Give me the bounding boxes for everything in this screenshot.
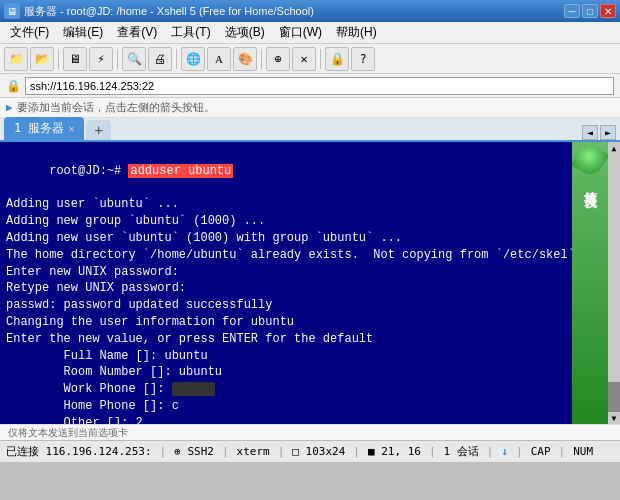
cmd-adduser: adduser ubuntu bbox=[128, 164, 233, 178]
tab-label: 1 服务器 bbox=[14, 120, 64, 137]
badge-text-3: 设 bbox=[581, 184, 599, 186]
session-hint: ▶ 要添加当前会话，点击左侧的箭头按钮。 bbox=[0, 98, 620, 118]
terminal-wrapper: root@JD:~# adduser ubuntu Adding user `u… bbox=[0, 142, 620, 424]
status-term: xterm bbox=[237, 445, 270, 458]
tab-next[interactable]: ► bbox=[600, 125, 616, 140]
term-line-3: Adding new group `ubuntu` (1000) ... bbox=[6, 213, 566, 230]
window-title: 服务器 - root@JD: /home - Xshell 5 (Free fo… bbox=[24, 4, 314, 19]
hint-icon: ▶ bbox=[6, 101, 13, 114]
tab-close-icon[interactable]: ✕ bbox=[68, 123, 74, 134]
scroll-track[interactable] bbox=[608, 154, 620, 382]
term-line-13: Work Phone []: bbox=[6, 381, 566, 398]
term-line-7: Retype new UNIX password: bbox=[6, 280, 566, 297]
vertical-scrollbar[interactable]: ▲ ▼ bbox=[608, 142, 620, 424]
bottom-hint: 仅将文本发送到当前选项卡 bbox=[0, 424, 620, 440]
tb-remove[interactable]: ✕ bbox=[292, 47, 316, 71]
minimize-button[interactable]: ─ bbox=[564, 4, 580, 18]
tb-help[interactable]: ? bbox=[351, 47, 375, 71]
leaf-icon bbox=[571, 141, 609, 179]
status-connected: 已连接 116.196.124.253: bbox=[6, 444, 152, 459]
tb-search[interactable]: 🔍 bbox=[122, 47, 146, 71]
status-cursor: ■ 21, 16 bbox=[368, 445, 421, 458]
close-button[interactable]: ✕ bbox=[600, 4, 616, 18]
tb-lock[interactable]: 🔒 bbox=[325, 47, 349, 71]
tb-globe[interactable]: 🌐 bbox=[181, 47, 205, 71]
toolbar-sep-5 bbox=[320, 49, 321, 69]
tb-disconnect[interactable]: ⚡ bbox=[89, 47, 113, 71]
menu-file[interactable]: 文件(F) bbox=[4, 22, 55, 43]
toolbar-sep-2 bbox=[117, 49, 118, 69]
status-sessions: 1 会话 bbox=[444, 444, 479, 459]
hint-text: 要添加当前会话，点击左侧的箭头按钮。 bbox=[17, 100, 215, 115]
menu-edit[interactable]: 编辑(E) bbox=[57, 22, 109, 43]
tb-connect[interactable]: 🖥 bbox=[63, 47, 87, 71]
app-icon: 🖥 bbox=[4, 3, 20, 19]
maximize-button[interactable]: □ bbox=[582, 4, 598, 18]
term-line-10: Enter the new value, or press ENTER for … bbox=[6, 331, 566, 348]
menu-window[interactable]: 窗口(W) bbox=[273, 22, 328, 43]
phone-blurred-1 bbox=[172, 382, 215, 396]
tab-bar: 1 服务器 ✕ + ◄ ► bbox=[0, 118, 620, 142]
term-line-14: Home Phone []: c bbox=[6, 398, 566, 415]
toolbar-sep-1 bbox=[58, 49, 59, 69]
terminal[interactable]: root@JD:~# adduser ubuntu Adding user `u… bbox=[0, 142, 572, 424]
tab-add-button[interactable]: + bbox=[86, 120, 110, 140]
scroll-thumb[interactable] bbox=[608, 382, 620, 412]
tb-add[interactable]: ⊕ bbox=[266, 47, 290, 71]
title-bar: 🖥 服务器 - root@JD: /home - Xshell 5 (Free … bbox=[0, 0, 620, 22]
term-line-6: Enter new UNIX password: bbox=[6, 264, 566, 281]
address-bar: 🔒 bbox=[0, 74, 620, 98]
term-line-5: The home directory `/home/ubuntu` alread… bbox=[6, 247, 566, 264]
tab-prev[interactable]: ◄ bbox=[582, 125, 598, 140]
term-line-9: Changing the user information for ubuntu bbox=[6, 314, 566, 331]
address-input[interactable] bbox=[25, 77, 614, 95]
tb-color[interactable]: 🎨 bbox=[233, 47, 257, 71]
tb-open[interactable]: 📂 bbox=[30, 47, 54, 71]
toolbar-sep-4 bbox=[261, 49, 262, 69]
tb-text[interactable]: A bbox=[207, 47, 231, 71]
menu-bar: 文件(F) 编辑(E) 查看(V) 工具(T) 选项(B) 窗口(W) 帮助(H… bbox=[0, 22, 620, 44]
tab-server[interactable]: 1 服务器 ✕ bbox=[4, 117, 84, 140]
term-line-11: Full Name []: ubuntu bbox=[6, 348, 566, 365]
menu-view[interactable]: 查看(V) bbox=[111, 22, 163, 43]
scroll-up-arrow[interactable]: ▲ bbox=[608, 142, 620, 154]
bottom-hint-text: 仅将文本发送到当前选项卡 bbox=[8, 426, 128, 440]
menu-tools[interactable]: 工具(T) bbox=[165, 22, 216, 43]
term-line-12: Room Number []: ubuntu bbox=[6, 364, 566, 381]
term-line-15: Other []: 2 bbox=[6, 415, 566, 424]
status-caps: CAP bbox=[531, 445, 551, 458]
status-size: □ 103x24 bbox=[292, 445, 345, 458]
toolbar: 📁 📂 🖥 ⚡ 🔍 🖨 🌐 A 🎨 ⊕ ✕ 🔒 ? bbox=[0, 44, 620, 74]
status-num: NUM bbox=[573, 445, 593, 458]
menu-options[interactable]: 选项(B) bbox=[219, 22, 271, 43]
tb-print[interactable]: 🖨 bbox=[148, 47, 172, 71]
status-protocol: ⊕ SSH2 bbox=[174, 445, 214, 458]
side-badge: 简 英 设 bbox=[572, 142, 608, 424]
tab-arrows: ◄ ► bbox=[582, 125, 616, 140]
menu-help[interactable]: 帮助(H) bbox=[330, 22, 383, 43]
scroll-down-arrow[interactable]: ▼ bbox=[608, 412, 620, 424]
status-arrow: ↓ bbox=[501, 445, 508, 458]
toolbar-sep-3 bbox=[176, 49, 177, 69]
term-line-2: Adding user `ubuntu` ... bbox=[6, 196, 566, 213]
title-controls: ─ □ ✕ bbox=[564, 4, 616, 18]
status-bar: 已连接 116.196.124.253: | ⊕ SSH2 | xterm | … bbox=[0, 440, 620, 462]
tb-new[interactable]: 📁 bbox=[4, 47, 28, 71]
term-line-8: passwd: password updated successfully bbox=[6, 297, 566, 314]
term-line-1: root@JD:~# adduser ubuntu bbox=[6, 146, 566, 196]
lock-icon: 🔒 bbox=[6, 79, 21, 93]
title-bar-left: 🖥 服务器 - root@JD: /home - Xshell 5 (Free … bbox=[4, 3, 314, 19]
term-line-4: Adding new user `ubuntu` (1000) with gro… bbox=[6, 230, 566, 247]
